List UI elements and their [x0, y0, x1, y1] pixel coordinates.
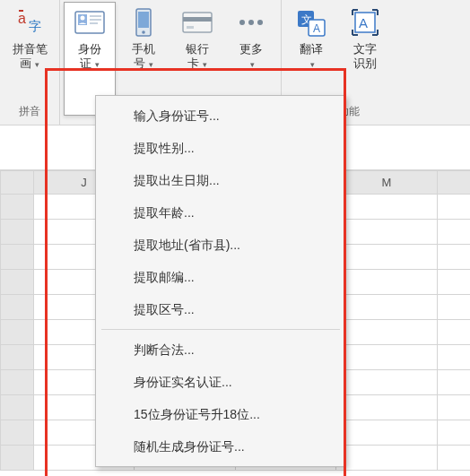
cell[interactable]: [437, 245, 470, 270]
row-header[interactable]: [1, 420, 34, 446]
cell[interactable]: [336, 446, 437, 471]
chevron-down-icon: ▾: [201, 60, 208, 69]
svg-text:字: 字: [29, 19, 41, 33]
cell[interactable]: [437, 270, 470, 295]
ribbon-group-label: 拼音: [4, 100, 56, 125]
ribbon-button-label: 翻译 ▾: [300, 42, 323, 85]
cell[interactable]: [437, 320, 470, 345]
column-header[interactable]: N: [437, 171, 470, 195]
ribbon-button-label: 身份证 ▾: [78, 42, 101, 85]
more-icon: [235, 6, 267, 39]
ribbon-group: a字拼音笔画 ▾拼音: [0, 0, 60, 125]
cell[interactable]: [336, 220, 437, 245]
row-header[interactable]: [1, 270, 34, 295]
row-header[interactable]: [1, 220, 34, 245]
ocr-button[interactable]: A文字识别: [339, 2, 391, 100]
phone-icon: [127, 6, 160, 39]
cell[interactable]: [437, 295, 470, 320]
menu-item[interactable]: 提取性别...: [96, 132, 345, 164]
chevron-down-icon: ▾: [250, 60, 255, 69]
row-header[interactable]: [1, 320, 34, 345]
chevron-down-icon: ▾: [93, 60, 100, 69]
ocr-icon: A: [349, 6, 381, 39]
svg-point-15: [248, 20, 254, 25]
row-header[interactable]: [1, 345, 34, 370]
bank-card-icon: [181, 6, 213, 39]
menu-item[interactable]: 提取出生日期...: [96, 164, 345, 196]
cell[interactable]: [437, 446, 470, 471]
ribbon-button-label: 拼音笔画 ▾: [13, 42, 48, 85]
svg-text:a: a: [18, 11, 26, 26]
ribbon-button-label: 文字识别: [353, 42, 377, 85]
menu-separator: [101, 329, 340, 330]
row-header[interactable]: [1, 395, 34, 420]
row-header[interactable]: [1, 245, 34, 270]
pinyin-guide-icon: a字: [13, 6, 46, 39]
cell[interactable]: [336, 295, 437, 320]
svg-point-16: [257, 20, 263, 25]
svg-rect-13: [187, 26, 194, 29]
menu-item[interactable]: 提取年龄...: [96, 196, 345, 229]
cell[interactable]: [336, 320, 437, 345]
cell[interactable]: [437, 420, 470, 446]
svg-rect-9: [138, 12, 149, 28]
cell[interactable]: [336, 245, 437, 270]
menu-item[interactable]: 提取邮编...: [96, 261, 345, 293]
svg-rect-12: [183, 17, 212, 22]
cell[interactable]: [336, 370, 437, 395]
cell[interactable]: [437, 370, 470, 395]
chevron-down-icon: ▾: [147, 60, 154, 69]
column-header[interactable]: M: [336, 171, 437, 195]
svg-point-10: [142, 30, 145, 34]
svg-text:A: A: [359, 15, 368, 30]
svg-rect-11: [183, 13, 212, 32]
cell[interactable]: [437, 195, 470, 220]
cell[interactable]: [336, 270, 437, 295]
row-header[interactable]: [1, 295, 34, 320]
svg-point-4: [81, 16, 85, 21]
cell[interactable]: [437, 395, 470, 420]
ribbon-button-label: 更多 ▾: [239, 42, 263, 85]
row-header[interactable]: [1, 195, 34, 220]
menu-item[interactable]: 输入身份证号...: [96, 100, 345, 132]
menu-item[interactable]: 随机生成身份证号...: [96, 430, 345, 463]
cell[interactable]: [437, 345, 470, 370]
id-card-dropdown: 输入身份证号...提取性别...提取出生日期...提取年龄...提取地址(省市县…: [95, 95, 346, 467]
pinyin-guide-button[interactable]: a字拼音笔画 ▾: [4, 2, 56, 100]
chevron-down-icon: ▾: [33, 60, 40, 69]
ribbon-button-label: 银行卡 ▾: [186, 42, 209, 85]
svg-text:A: A: [313, 22, 320, 35]
cell[interactable]: [437, 220, 470, 245]
select-all-corner[interactable]: [1, 171, 34, 195]
translate-button[interactable]: 文A翻译 ▾: [285, 2, 337, 100]
cell[interactable]: [336, 345, 437, 370]
row-header[interactable]: [1, 370, 34, 395]
row-header[interactable]: [1, 446, 34, 471]
id-card-icon: [74, 6, 106, 39]
menu-item[interactable]: 15位身份证号升18位...: [96, 398, 345, 430]
ribbon-button-label: 手机号 ▾: [132, 42, 155, 85]
menu-item[interactable]: 判断合法...: [96, 333, 345, 366]
cell[interactable]: [336, 420, 437, 446]
menu-item[interactable]: 提取区号...: [96, 293, 345, 325]
menu-item[interactable]: 提取地址(省市县)...: [96, 229, 345, 261]
chevron-down-icon: ▾: [310, 60, 315, 69]
svg-point-14: [239, 20, 245, 25]
translate-icon: 文A: [295, 6, 327, 39]
menu-item[interactable]: 身份证实名认证...: [96, 366, 345, 398]
cell[interactable]: [336, 195, 437, 220]
cell[interactable]: [336, 395, 437, 420]
